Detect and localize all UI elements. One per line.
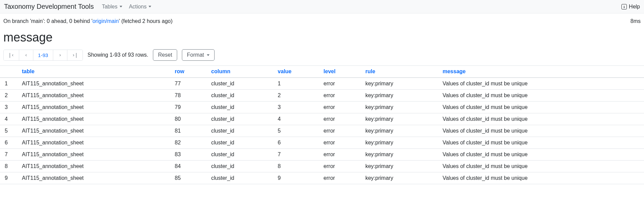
col-table-header: table	[19, 66, 171, 78]
cell-idx: 2	[0, 90, 19, 102]
next-page-icon: ›	[59, 52, 61, 58]
col-value-link[interactable]: value	[278, 68, 292, 74]
cell-row: 85	[171, 172, 208, 184]
col-column-header: column	[208, 66, 275, 78]
cell-column: cluster_id	[208, 90, 275, 102]
col-message-link[interactable]: message	[443, 68, 466, 74]
cell-level: error	[320, 113, 362, 125]
cell-level: error	[320, 137, 362, 149]
caret-down-icon	[149, 6, 151, 7]
cell-level: error	[320, 161, 362, 172]
app-title[interactable]: Taxonomy Development Tools	[4, 3, 94, 10]
cell-table: AIT115_annotation_sheet	[19, 102, 171, 113]
cell-level: error	[320, 78, 362, 90]
col-level-header: level	[320, 66, 362, 78]
table-row: 6AIT115_annotation_sheet82cluster_id6err…	[0, 137, 644, 149]
col-row-header: row	[171, 66, 208, 78]
cell-message: Values of cluster_id must be unique	[439, 102, 644, 113]
cell-idx: 7	[0, 149, 19, 161]
pager-next-button[interactable]: ›	[53, 50, 67, 60]
cell-value: 3	[275, 102, 320, 113]
pager-first-button[interactable]: |‹	[4, 50, 19, 60]
tables-menu[interactable]: Tables	[102, 4, 122, 10]
info-icon: i	[621, 4, 627, 9]
cell-column: cluster_id	[208, 149, 275, 161]
cell-level: error	[320, 102, 362, 113]
first-page-icon: |‹	[8, 52, 14, 58]
help-link[interactable]: i Help	[621, 4, 640, 10]
actions-menu[interactable]: Actions	[129, 4, 151, 10]
cell-message: Values of cluster_id must be unique	[439, 137, 644, 149]
cell-table: AIT115_annotation_sheet	[19, 137, 171, 149]
cell-row: 82	[171, 137, 208, 149]
branch-status: On branch 'main': 0 ahead, 0 behind 'ori…	[3, 18, 172, 24]
cell-idx: 3	[0, 102, 19, 113]
cell-value: 1	[275, 78, 320, 90]
table-row: 2AIT115_annotation_sheet78cluster_id2err…	[0, 90, 644, 102]
help-label: Help	[629, 4, 640, 10]
table-row: 5AIT115_annotation_sheet81cluster_id5err…	[0, 125, 644, 137]
col-rule-link[interactable]: rule	[365, 68, 375, 74]
cell-column: cluster_id	[208, 161, 275, 172]
cell-value: 7	[275, 149, 320, 161]
col-level-link[interactable]: level	[324, 68, 336, 74]
cell-rule: key:primary	[362, 78, 439, 90]
table-row: 7AIT115_annotation_sheet83cluster_id7err…	[0, 149, 644, 161]
cell-table: AIT115_annotation_sheet	[19, 78, 171, 90]
last-page-icon: ›|	[72, 52, 78, 58]
cell-table: AIT115_annotation_sheet	[19, 149, 171, 161]
prev-page-icon: ‹	[25, 52, 27, 58]
cell-rule: key:primary	[362, 161, 439, 172]
cell-table: AIT115_annotation_sheet	[19, 172, 171, 184]
cell-table: AIT115_annotation_sheet	[19, 161, 171, 172]
col-table-link[interactable]: table	[22, 68, 34, 74]
cell-row: 79	[171, 102, 208, 113]
cell-column: cluster_id	[208, 125, 275, 137]
navbar: Taxonomy Development Tools Tables Action…	[0, 0, 644, 13]
pager-range-button[interactable]: 1-93	[33, 50, 53, 60]
cell-rule: key:primary	[362, 172, 439, 184]
reset-button[interactable]: Reset	[153, 49, 177, 61]
cell-rule: key:primary	[362, 102, 439, 113]
cell-message: Values of cluster_id must be unique	[439, 113, 644, 125]
branch-status-prefix: On branch 'main': 0 ahead, 0 behind '	[3, 18, 92, 24]
cell-table: AIT115_annotation_sheet	[19, 90, 171, 102]
cell-message: Values of cluster_id must be unique	[439, 172, 644, 184]
cell-value: 4	[275, 113, 320, 125]
cell-row: 83	[171, 149, 208, 161]
col-message-header: message	[439, 66, 644, 78]
branch-link[interactable]: origin/main	[92, 18, 119, 24]
format-button[interactable]: Format	[182, 49, 215, 61]
pager-last-button[interactable]: ›|	[67, 50, 83, 60]
pager-prev-button[interactable]: ‹	[19, 50, 33, 60]
col-rule-header: rule	[362, 66, 439, 78]
caret-down-icon	[207, 54, 210, 56]
cell-column: cluster_id	[208, 137, 275, 149]
cell-level: error	[320, 149, 362, 161]
cell-idx: 1	[0, 78, 19, 90]
table-row: 8AIT115_annotation_sheet84cluster_id8err…	[0, 161, 644, 172]
tables-menu-label: Tables	[102, 4, 117, 10]
cell-value: 8	[275, 161, 320, 172]
col-column-link[interactable]: column	[211, 68, 230, 74]
cell-rule: key:primary	[362, 149, 439, 161]
cell-column: cluster_id	[208, 113, 275, 125]
cell-level: error	[320, 90, 362, 102]
table-row: 4AIT115_annotation_sheet80cluster_id4err…	[0, 113, 644, 125]
cell-value: 5	[275, 125, 320, 137]
controls-row: |‹ ‹ 1-93 › ›| Showing 1-93 of 93 rows. …	[0, 49, 644, 65]
col-value-header: value	[275, 66, 320, 78]
cell-message: Values of cluster_id must be unique	[439, 78, 644, 90]
cell-value: 9	[275, 172, 320, 184]
cell-rule: key:primary	[362, 125, 439, 137]
page-title: message	[0, 28, 644, 49]
cell-message: Values of cluster_id must be unique	[439, 90, 644, 102]
cell-rule: key:primary	[362, 113, 439, 125]
cell-level: error	[320, 172, 362, 184]
cell-idx: 4	[0, 113, 19, 125]
actions-menu-label: Actions	[129, 4, 147, 10]
showing-text: Showing 1-93 of 93 rows.	[88, 52, 149, 58]
table-row: 3AIT115_annotation_sheet79cluster_id3err…	[0, 102, 644, 113]
cell-idx: 9	[0, 172, 19, 184]
col-row-link[interactable]: row	[175, 68, 184, 74]
